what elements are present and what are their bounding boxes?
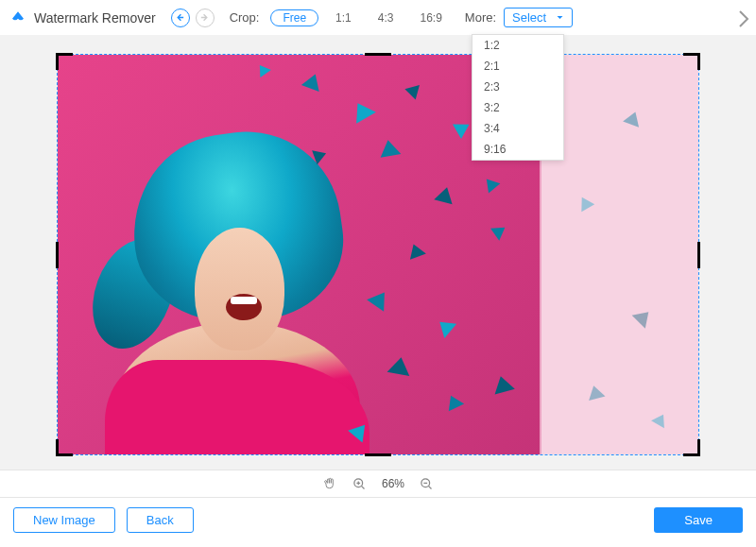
- app-logo-icon: [9, 9, 26, 26]
- bottom-bar: New Image Back Save: [0, 498, 756, 542]
- dropdown-item-2-1[interactable]: 2:1: [472, 56, 563, 77]
- dropdown-item-3-2[interactable]: 3:2: [472, 97, 563, 118]
- ratio-1-1[interactable]: 1:1: [326, 9, 361, 26]
- crop-handle-ml[interactable]: [56, 242, 59, 268]
- dropdown-item-2-3[interactable]: 2:3: [472, 77, 563, 97]
- crop-handle-br[interactable]: [683, 439, 700, 456]
- toolbar: Watermark Remover Crop: Free 1:1 4:3 16:…: [0, 0, 756, 35]
- redo-button: [196, 9, 215, 27]
- more-select[interactable]: Select: [504, 8, 573, 27]
- undo-icon: [175, 12, 185, 23]
- crop-label: Crop:: [230, 10, 260, 25]
- app-title: Watermark Remover: [34, 10, 156, 26]
- zoom-in-icon[interactable]: [352, 477, 367, 491]
- crop-handle-mt[interactable]: [365, 53, 391, 56]
- select-label: Select: [512, 10, 546, 25]
- crop-handle-bl[interactable]: [56, 439, 73, 456]
- ratio-4-3[interactable]: 4:3: [369, 9, 404, 26]
- undo-button[interactable]: [171, 9, 190, 27]
- hand-pan-icon[interactable]: [322, 476, 337, 491]
- new-image-button[interactable]: New Image: [13, 507, 115, 533]
- zoom-bar: 66%: [0, 470, 756, 498]
- zoom-level: 66%: [382, 477, 404, 490]
- redo-icon: [199, 12, 210, 23]
- crop-handle-tl[interactable]: [56, 53, 73, 70]
- save-button[interactable]: Save: [654, 507, 743, 533]
- crop-handle-mb[interactable]: [365, 453, 391, 456]
- crop-handle-mr[interactable]: [697, 242, 700, 268]
- canvas-area: [0, 35, 756, 470]
- dropdown-item-1-2[interactable]: 1:2: [472, 35, 563, 56]
- crop-stage[interactable]: [57, 54, 699, 455]
- ratio-free[interactable]: Free: [270, 9, 318, 26]
- image-preview: [58, 55, 541, 454]
- dropdown-item-9-16[interactable]: 9:16: [472, 139, 563, 160]
- back-button[interactable]: Back: [127, 507, 194, 533]
- crop-handle-tr[interactable]: [683, 53, 700, 70]
- next-arrow-icon[interactable]: [737, 9, 750, 28]
- ratio-16-9[interactable]: 16:9: [410, 9, 451, 26]
- more-label: More:: [465, 10, 496, 25]
- dropdown-item-3-4[interactable]: 3:4: [472, 118, 563, 139]
- ratio-dropdown: 1:2 2:1 2:3 3:2 3:4 9:16: [472, 34, 564, 161]
- chevron-down-icon: [556, 13, 564, 22]
- zoom-out-icon[interactable]: [420, 477, 434, 491]
